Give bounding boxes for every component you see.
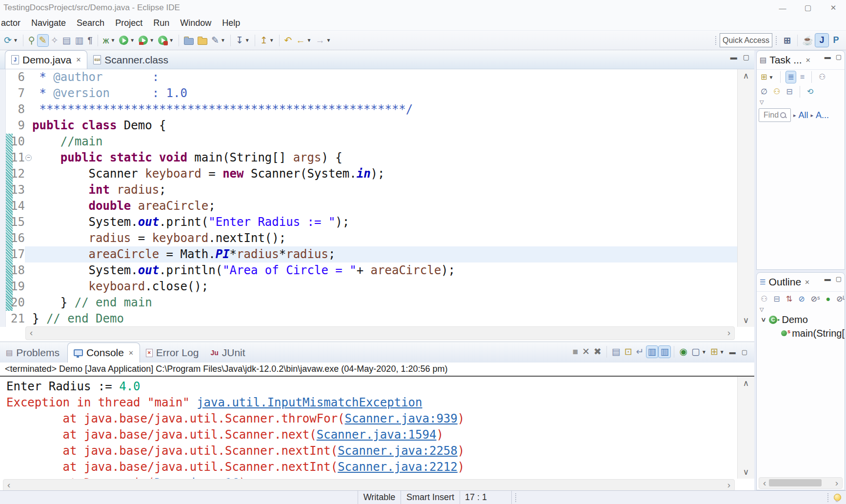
tab-junit[interactable]: JuJUnit xyxy=(204,343,251,363)
code-line-14[interactable]: 14 double areaCircle; xyxy=(0,198,738,214)
show-whitespace-toggle[interactable]: ¶ xyxy=(86,35,94,46)
maximize-view-button[interactable]: ▢ xyxy=(742,348,747,356)
code-line-9[interactable]: 9public class Demo { xyxy=(0,118,738,134)
categorized-view-button[interactable]: ≣ xyxy=(786,71,795,83)
stack-trace-link[interactable]: Scanner.java:1594 xyxy=(317,428,437,442)
menu-search[interactable]: Search xyxy=(71,18,110,28)
lightbulb-icon[interactable] xyxy=(834,494,841,501)
java-browsing-perspective-button[interactable]: ☕ xyxy=(801,34,814,47)
refresh-button[interactable]: ⟳▼ xyxy=(2,35,20,46)
collapse-all-button[interactable]: ⊟ xyxy=(785,86,794,98)
pin-console-button[interactable]: ◉ xyxy=(678,346,689,358)
stack-trace-link[interactable]: Demo.java:16 xyxy=(154,476,239,479)
scroll-left-icon[interactable]: ‹ xyxy=(763,478,766,488)
tab-demo-java[interactable]: J Demo.java ✕ xyxy=(5,50,87,69)
code-line-11[interactable]: 11− public static void main(String[] arg… xyxy=(0,150,738,166)
menu-window[interactable]: Window xyxy=(175,18,217,28)
scroll-left-icon[interactable]: ‹ xyxy=(7,480,10,490)
scroll-lock-button[interactable]: ⊡ xyxy=(623,346,634,358)
hide-fields-button[interactable]: ⊘ xyxy=(797,293,806,305)
scroll-up-icon[interactable]: ∧ xyxy=(738,378,754,388)
code-line-20[interactable]: 20 } // end main xyxy=(0,295,738,311)
code-line-19[interactable]: 19 keyboard.close(); xyxy=(0,279,738,295)
run-button[interactable]: ▼ xyxy=(118,35,136,46)
toolbar-drag-handle[interactable] xyxy=(715,36,716,45)
maximize-button[interactable]: ▢ xyxy=(795,0,821,16)
menu-help[interactable]: Help xyxy=(217,18,245,28)
open-perspective-button[interactable]: ⊞ xyxy=(781,34,794,47)
minimize-button[interactable]: — xyxy=(770,0,795,16)
scheduled-view-button[interactable]: ≡ xyxy=(799,71,806,83)
import-button[interactable]: ↧▼ xyxy=(234,35,251,46)
code-line-6[interactable]: 6 * @author : xyxy=(0,69,738,85)
collapse-all-button[interactable]: ⊟ xyxy=(772,293,781,305)
tab-error-log[interactable]: ✕Error Log xyxy=(140,343,205,363)
clear-console-button[interactable]: ▤ xyxy=(610,346,622,358)
code-line-16[interactable]: 16 radius = keyboard.nextInt(); xyxy=(0,230,738,246)
scrollbar-thumb[interactable] xyxy=(769,479,822,486)
stack-trace-link[interactable]: Scanner.java:2258 xyxy=(338,444,458,458)
show-on-stdout-toggle[interactable]: ▥ xyxy=(646,346,658,358)
scroll-right-icon[interactable]: › xyxy=(835,478,838,488)
tab-scanner-class[interactable]: 010 Scanner.class xyxy=(87,51,174,69)
remove-all-terminated-button[interactable]: ✖ xyxy=(592,346,603,358)
tab-console[interactable]: Console✕ xyxy=(67,343,140,363)
mark-occurrences-toggle[interactable]: ✎ xyxy=(38,35,48,46)
scroll-down-icon[interactable]: ∨ xyxy=(738,315,754,325)
console-horizontal-scrollbar[interactable]: ‹ › xyxy=(3,479,735,491)
java-perspective-button[interactable]: J xyxy=(815,34,828,47)
view-menu-icon[interactable]: ▽ xyxy=(757,306,845,313)
export-button[interactable]: ↥▼ xyxy=(259,35,276,46)
code-line-10[interactable]: 10 //main xyxy=(0,134,738,150)
stack-trace-link[interactable]: Scanner.java:2212 xyxy=(338,460,458,474)
minimize-view-button[interactable]: ▬ xyxy=(825,53,831,60)
chevron-down-icon[interactable]: > xyxy=(760,316,768,323)
debug-button[interactable]: ж▼ xyxy=(101,35,117,46)
code-line-18[interactable]: 18 System.out.println("Area of Circle = … xyxy=(0,262,738,279)
minimize-view-button[interactable]: ▬ xyxy=(825,275,831,282)
code-line-13[interactable]: 13 int radius; xyxy=(0,182,738,198)
terminate-button[interactable]: ■ xyxy=(571,346,579,358)
stack-trace-link[interactable]: Scanner.java:939 xyxy=(345,412,458,425)
open-console-button[interactable]: ⊞▼ xyxy=(709,346,726,358)
scroll-down-icon[interactable]: ∨ xyxy=(738,467,754,477)
code-line-7[interactable]: 7 * @version : 1.0 xyxy=(0,85,738,101)
scroll-left-icon[interactable]: ‹ xyxy=(30,327,33,338)
forward-button[interactable]: →▼ xyxy=(314,35,332,46)
previous-annotation-button[interactable]: ▥ xyxy=(74,35,85,46)
open-folder-button[interactable] xyxy=(196,35,209,46)
code-line-17[interactable]: 17 areaCircle = Math.PI*radius*radius; xyxy=(0,246,738,262)
coverage-button[interactable]: ▼ xyxy=(137,35,156,46)
synchronize-button[interactable]: ⟲ xyxy=(806,86,815,98)
open-element-button[interactable]: ⚲ xyxy=(27,35,37,46)
code-line-15[interactable]: 15 System.out.print("Enter Radius := "); xyxy=(0,214,738,230)
find-input[interactable]: Find xyxy=(759,108,791,122)
hide-non-public-button[interactable]: ● xyxy=(824,293,832,305)
console-vertical-scrollbar[interactable]: ∧ ∨ xyxy=(737,377,754,479)
editor-horizontal-scrollbar[interactable]: ‹ › xyxy=(25,326,735,340)
fold-marker-icon[interactable]: − xyxy=(25,155,32,161)
tree-item-demo[interactable]: > C ▸ Demo xyxy=(757,313,845,326)
maximize-view-button[interactable]: ▢ xyxy=(836,275,842,282)
code-line-21[interactable]: 21} // end Demo xyxy=(0,311,738,327)
maximize-view-button[interactable]: ▢ xyxy=(743,53,749,61)
hide-completed-button[interactable]: ∅ xyxy=(759,86,769,98)
back-button[interactable]: ←▼ xyxy=(294,35,313,46)
sparkle-icon[interactable]: ✧ xyxy=(49,35,60,46)
code-line-8[interactable]: 8 **************************************… xyxy=(0,101,738,118)
menu-project[interactable]: Project xyxy=(110,18,148,28)
stack-trace-link[interactable]: java.util.InputMismatchException xyxy=(197,396,422,409)
close-tab-icon[interactable]: ✕ xyxy=(76,56,81,63)
pydev-perspective-button[interactable]: P xyxy=(829,34,843,47)
focus-people-button[interactable]: ⚇ xyxy=(817,71,827,83)
quick-access-button[interactable]: Quick Access xyxy=(720,33,772,47)
menu-actor[interactable]: actor xyxy=(0,18,26,28)
hide-static-members-button[interactable]: ⊘ˢ xyxy=(809,293,822,305)
menu-run[interactable]: Run xyxy=(148,18,175,28)
outline-horizontal-scrollbar[interactable]: ‹ › xyxy=(759,477,843,489)
filter-link[interactable]: A... xyxy=(816,110,829,121)
maximize-view-button[interactable]: ▢ xyxy=(836,53,842,60)
my-tasks-button[interactable]: ⚇ xyxy=(772,86,782,98)
tab-problems[interactable]: ▤Problems xyxy=(0,343,65,363)
close-button[interactable]: ✕ xyxy=(821,0,846,16)
